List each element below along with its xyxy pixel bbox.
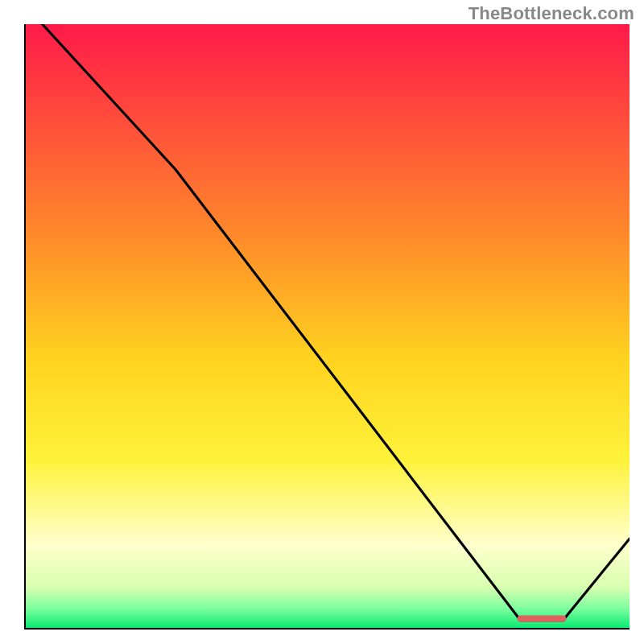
plot-area [24,24,630,630]
chart-svg [24,24,630,630]
chart-container: TheBottleneck.com [0,0,644,644]
gradient-background [24,24,630,630]
watermark-text: TheBottleneck.com [469,3,634,24]
